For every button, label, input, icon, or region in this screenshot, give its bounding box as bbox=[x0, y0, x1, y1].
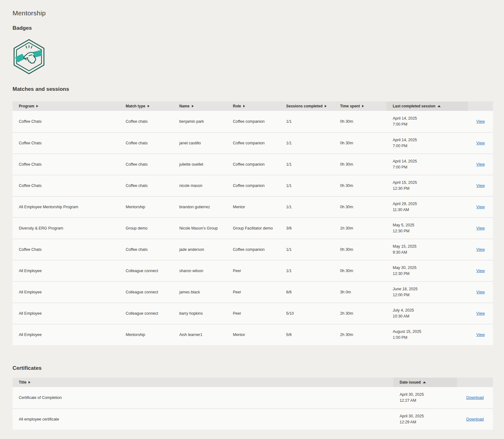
cell-role: Peer bbox=[227, 282, 280, 302]
cell-match-type: Colleague connect bbox=[119, 282, 173, 302]
cell-actions: View bbox=[468, 154, 493, 175]
column-header-sessions-completed[interactable]: Sessions completed bbox=[280, 101, 334, 111]
cell-role: Peer bbox=[227, 303, 280, 324]
column-header-last-completed-session[interactable]: Last completed session bbox=[386, 101, 468, 111]
session-date: April 14, 2025 bbox=[393, 158, 417, 164]
cell-time-spent: 0h 30m bbox=[334, 239, 386, 260]
view-link[interactable]: View bbox=[476, 141, 485, 145]
column-label: Time spent bbox=[340, 104, 360, 108]
sort-right-triangle-icon bbox=[325, 105, 327, 107]
view-link[interactable]: View bbox=[476, 333, 485, 337]
cell-name: janet castillo bbox=[173, 133, 227, 153]
session-time: 11:30 AM bbox=[393, 207, 409, 213]
cell-time-spent: 0h 30m bbox=[334, 111, 386, 132]
match-row: Coffee ChatsCoffee chatsjuliette ouellet… bbox=[13, 153, 493, 175]
cell-sessions-completed: 1/1 bbox=[280, 111, 334, 132]
session-time: 7:00 PM bbox=[393, 121, 407, 127]
sort-right-triangle-icon bbox=[36, 105, 38, 107]
cell-time-spent: 0h 30m bbox=[334, 175, 386, 196]
issued-time: 12:27 AM bbox=[400, 398, 416, 404]
session-date: April 29, 2025 bbox=[393, 201, 417, 207]
matches-table: Program Match type Name Role Sessions co… bbox=[13, 101, 493, 345]
column-header-role[interactable]: Role bbox=[227, 101, 280, 111]
download-link[interactable]: Download bbox=[466, 395, 484, 400]
certificate-row: All employee certificateApril 30, 202512… bbox=[13, 408, 493, 430]
cell-match-type: Colleague connect bbox=[119, 303, 173, 324]
cell-match-type: Mentorship bbox=[119, 324, 173, 345]
column-label: Sessions completed bbox=[286, 104, 323, 108]
view-link[interactable]: View bbox=[476, 290, 485, 294]
cell-actions: View bbox=[468, 111, 493, 132]
cell-program: Diversity & ERG Program bbox=[13, 218, 119, 239]
sort-right-triangle-icon bbox=[192, 105, 194, 107]
column-header-title[interactable]: Title bbox=[13, 378, 393, 387]
view-link[interactable]: View bbox=[476, 119, 485, 124]
cell-name: barry hopkins bbox=[173, 303, 227, 324]
cell-program: Coffee Chats bbox=[13, 111, 119, 132]
session-time: 12:00 PM bbox=[393, 292, 410, 298]
cell-sessions-completed: 1/1 bbox=[280, 154, 334, 175]
cell-role: Peer bbox=[227, 261, 280, 281]
cell-time-spent: 3h 0m bbox=[334, 282, 386, 302]
column-label: Last completed session bbox=[393, 104, 435, 108]
view-link[interactable]: View bbox=[476, 247, 485, 252]
page-title: Mentorship bbox=[13, 9, 504, 17]
view-link[interactable]: View bbox=[476, 183, 485, 188]
cell-actions: Download bbox=[457, 409, 493, 430]
cell-sessions-completed: 1/1 bbox=[280, 197, 334, 217]
cell-match-type: Coffee chats bbox=[119, 239, 173, 260]
cell-last-completed-session: August 15, 20251:00 PM bbox=[386, 324, 468, 345]
cell-actions: View bbox=[468, 282, 493, 302]
cell-name: james black bbox=[173, 282, 227, 302]
view-link[interactable]: View bbox=[476, 226, 485, 230]
badges-heading: Badges bbox=[13, 25, 504, 31]
cell-last-completed-session: May 5, 202512:30 PM bbox=[386, 218, 468, 239]
cell-name: jade anderson bbox=[173, 239, 227, 260]
match-row: Coffee ChatsCoffee chatsbenjamin parkCof… bbox=[13, 111, 493, 132]
match-row: All EmployeeColleague connectjames black… bbox=[13, 281, 493, 302]
session-date: May 30, 2025 bbox=[393, 265, 417, 271]
cell-role: Coffee companion bbox=[227, 175, 280, 196]
cell-name: sharon wilson bbox=[173, 261, 227, 281]
cell-actions: View bbox=[468, 303, 493, 324]
session-time: 7:00 PM bbox=[393, 143, 407, 149]
session-time: 1:00 PM bbox=[393, 335, 407, 341]
cell-match-type: Mentorship bbox=[119, 197, 173, 217]
view-link[interactable]: View bbox=[476, 205, 485, 209]
cell-last-completed-session: June 18, 202512:00 PM bbox=[386, 282, 468, 302]
cell-role: Coffee companion bbox=[227, 154, 280, 175]
column-header-match-type[interactable]: Match type bbox=[119, 101, 173, 111]
match-row: Coffee ChatsCoffee chatsjanet castilloCo… bbox=[13, 132, 493, 153]
cell-last-completed-session: May 15, 20259:30 AM bbox=[386, 239, 468, 260]
cell-program: Coffee Chats bbox=[13, 175, 119, 196]
view-link[interactable]: View bbox=[476, 311, 485, 316]
mentorship-page: Mentorship Badges Matches and sessions bbox=[0, 9, 504, 430]
session-time: 12:30 PM bbox=[393, 271, 410, 277]
certificates-table: Title Date issued Certificate of Complet… bbox=[13, 378, 493, 430]
view-link[interactable]: View bbox=[476, 162, 485, 167]
cell-actions: View bbox=[468, 239, 493, 260]
cell-last-completed-session: April 14, 20257:00 PM bbox=[386, 133, 468, 153]
column-header-program[interactable]: Program bbox=[13, 101, 119, 111]
cell-time-spent: 0h 30m bbox=[334, 154, 386, 175]
match-row: Diversity & ERG ProgramGroup demoNicole … bbox=[13, 217, 493, 239]
cell-time-spent: 0h 30m bbox=[334, 261, 386, 281]
session-time: 12:30 PM bbox=[393, 228, 410, 234]
cell-actions: View bbox=[468, 218, 493, 239]
cell-sessions-completed: 1/1 bbox=[280, 175, 334, 196]
cell-title: All employee certificate bbox=[13, 409, 393, 430]
column-header-date-issued[interactable]: Date issued bbox=[393, 378, 457, 387]
cell-program: All Employee Mentorship Program bbox=[13, 197, 119, 217]
mentorship-badge bbox=[13, 39, 45, 75]
match-row: Coffee ChatsCoffee chatsjade andersonCof… bbox=[13, 239, 493, 260]
cell-last-completed-session: April 14, 20257:00 PM bbox=[386, 111, 468, 132]
view-link[interactable]: View bbox=[476, 269, 485, 273]
cell-match-type: Coffee chats bbox=[119, 133, 173, 153]
column-header-name[interactable]: Name bbox=[173, 101, 227, 111]
download-link[interactable]: Download bbox=[466, 417, 484, 421]
session-date: July 4, 2025 bbox=[393, 307, 414, 313]
cell-match-type: Group demo bbox=[119, 218, 173, 239]
cell-sessions-completed: 5/10 bbox=[280, 303, 334, 324]
column-header-time-spent[interactable]: Time spent bbox=[334, 101, 386, 111]
cell-match-type: Coffee chats bbox=[119, 111, 173, 132]
